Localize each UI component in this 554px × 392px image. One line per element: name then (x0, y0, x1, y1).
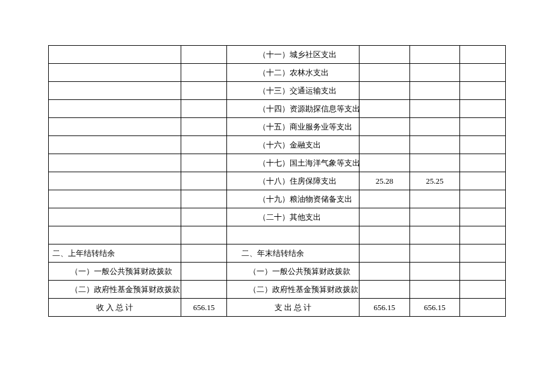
empty-cell (409, 263, 459, 281)
value-col6 (460, 172, 506, 190)
right-label: （十三）交通运输支出 (227, 82, 359, 100)
value-col4 (359, 136, 409, 154)
budget-table: （十一）城乡社区支出（十二）农林水支出（十三）交通运输支出（十四）资源勘探信息等… (48, 45, 506, 317)
totals-row: 收 入 总 计656.15支 出 总 计656.15656.15 (49, 299, 506, 317)
value-col6 (460, 136, 506, 154)
value-col4 (359, 190, 409, 208)
value-col5 (409, 208, 459, 226)
value-col5: 25.25 (409, 172, 459, 190)
left-value (181, 118, 227, 136)
value-col6 (460, 190, 506, 208)
left-value (181, 172, 227, 190)
spacer-cell (227, 226, 359, 244)
expense-item-row: （十九）粮油物资储备支出 (49, 190, 506, 208)
left-label (49, 118, 181, 136)
expense-item-row: （十二）农林水支出 (49, 64, 506, 82)
right-label: （十八）住房保障支出 (227, 172, 359, 190)
left-value (181, 154, 227, 172)
empty-cell (359, 263, 409, 281)
expense-item-row: （十四）资源勘探信息等支出 (49, 100, 506, 118)
left-value (181, 190, 227, 208)
value-col4 (359, 64, 409, 82)
empty-cell (181, 244, 227, 263)
expense-item-row: （十三）交通运输支出 (49, 82, 506, 100)
expense-item-row: （十六）金融支出 (49, 136, 506, 154)
value-col6 (460, 100, 506, 118)
left-label (49, 64, 181, 82)
left-label (49, 208, 181, 226)
spacer-cell (409, 226, 459, 244)
left-label (49, 172, 181, 190)
left-label (49, 190, 181, 208)
value-col4 (359, 118, 409, 136)
value-col5 (409, 136, 459, 154)
left-value (181, 136, 227, 154)
value-col4 (359, 46, 409, 64)
sub-left-label: （一）一般公共预算财政拨款 (49, 263, 181, 281)
expense-item-row: （二十）其他支出 (49, 208, 506, 226)
value-col6 (460, 118, 506, 136)
empty-cell (460, 263, 506, 281)
left-label (49, 46, 181, 64)
spacer-cell (181, 226, 227, 244)
section-sub-row: （一）一般公共预算财政拨款（一）一般公共预算财政拨款 (49, 263, 506, 281)
spacer-cell (359, 226, 409, 244)
right-label: （十一）城乡社区支出 (227, 46, 359, 64)
left-value (181, 82, 227, 100)
right-label: （十六）金融支出 (227, 136, 359, 154)
right-label: （十五）商业服务业等支出 (227, 118, 359, 136)
empty-cell (460, 244, 506, 263)
value-col4 (359, 208, 409, 226)
right-label: （十二）农林水支出 (227, 64, 359, 82)
spacer-cell (49, 226, 181, 244)
left-label (49, 136, 181, 154)
spacer-cell (460, 226, 506, 244)
expense-total-c4: 656.15 (359, 299, 409, 317)
value-col5 (409, 64, 459, 82)
value-col5 (409, 46, 459, 64)
right-label: （十九）粮油物资储备支出 (227, 190, 359, 208)
sub-right-label: （二）政府性基金预算财政拨款 (227, 281, 359, 299)
value-col6 (460, 208, 506, 226)
expense-item-row: （十一）城乡社区支出 (49, 46, 506, 64)
value-col5 (409, 100, 459, 118)
value-col6 (460, 82, 506, 100)
empty-cell (460, 281, 506, 299)
left-value (181, 64, 227, 82)
empty-cell (409, 244, 459, 263)
left-value (181, 208, 227, 226)
left-label (49, 82, 181, 100)
empty-cell (181, 281, 227, 299)
left-value (181, 46, 227, 64)
expense-item-row: （十七）国土海洋气象等支出 (49, 154, 506, 172)
value-col5 (409, 82, 459, 100)
income-total-label: 收 入 总 计 (49, 299, 181, 317)
value-col6 (460, 154, 506, 172)
value-col6 (460, 64, 506, 82)
sub-right-label: （一）一般公共预算财政拨款 (227, 263, 359, 281)
expense-total-c6 (460, 299, 506, 317)
section-left-header: 二、上年结转结余 (49, 244, 181, 263)
value-col4 (359, 154, 409, 172)
right-label: （二十）其他支出 (227, 208, 359, 226)
expense-item-row: （十八）住房保障支出25.2825.25 (49, 172, 506, 190)
value-col4: 25.28 (359, 172, 409, 190)
value-col5 (409, 154, 459, 172)
expense-item-row: （十五）商业服务业等支出 (49, 118, 506, 136)
empty-cell (409, 281, 459, 299)
left-value (181, 100, 227, 118)
right-label: （十七）国土海洋气象等支出 (227, 154, 359, 172)
section-sub-row: （二）政府性基金预算财政拨款（二）政府性基金预算财政拨款 (49, 281, 506, 299)
value-col4 (359, 100, 409, 118)
left-label (49, 154, 181, 172)
value-col4 (359, 82, 409, 100)
income-total-value: 656.15 (181, 299, 227, 317)
section-right-header: 二、年末结转结余 (227, 244, 359, 263)
right-label: （十四）资源勘探信息等支出 (227, 100, 359, 118)
empty-cell (359, 281, 409, 299)
value-col6 (460, 46, 506, 64)
expense-total-c5: 656.15 (409, 299, 459, 317)
section-header-row: 二、上年结转结余二、年末结转结余 (49, 244, 506, 263)
empty-cell (181, 263, 227, 281)
expense-total-label: 支 出 总 计 (227, 299, 359, 317)
